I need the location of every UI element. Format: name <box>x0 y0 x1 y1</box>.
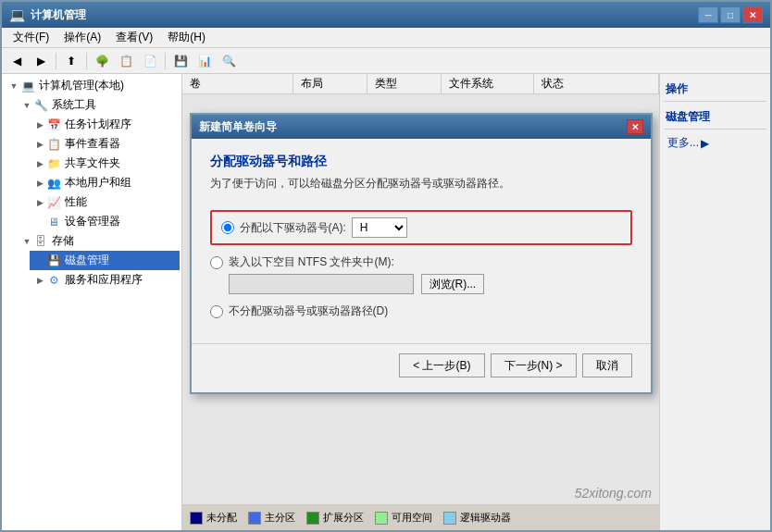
main-content: 新建简单卷向导 ✕ 分配驱动器号和路径 为了便于访问，可以给磁盘分区分配驱动器号… <box>182 94 659 504</box>
window-title: 计算机管理 <box>31 7 86 23</box>
legend-color-unallocated <box>190 512 203 525</box>
menu-help[interactable]: 帮助(H) <box>160 28 213 47</box>
legend-color-logical <box>443 512 456 525</box>
radio-ntfs-label: 装入以下空目 NTFS 文件夹中(M): <box>229 254 394 270</box>
tree-event-viewer[interactable]: ▶ 📋 事件查看器 <box>30 134 180 154</box>
legend-label-primary: 主分区 <box>265 511 295 525</box>
tree-event-label: 事件查看器 <box>65 136 120 152</box>
legend-color-extended <box>306 512 319 525</box>
toolbar-btn-5[interactable]: 📊 <box>193 51 216 71</box>
dialog-close-button[interactable]: ✕ <box>627 119 643 134</box>
show-hide-tree-button[interactable]: 🌳 <box>91 51 113 71</box>
ntfs-path-input[interactable] <box>229 274 414 294</box>
dialog: 新建简单卷向导 ✕ 分配驱动器号和路径 为了便于访问，可以给磁盘分区分配驱动器号… <box>190 113 653 394</box>
ops-panel: 操作 磁盘管理 更多... ▶ <box>659 74 770 530</box>
tree-expand-tools[interactable]: ▼ <box>20 99 33 112</box>
watermark: 52xitong.com <box>575 486 652 501</box>
tree-services-label: 服务和应用程序 <box>65 272 143 288</box>
ntfs-input-row: 浏览(R)... <box>229 274 485 294</box>
tree-expand-services[interactable]: ▶ <box>33 274 46 287</box>
close-button[interactable]: ✕ <box>742 6 763 23</box>
task-icon: 📅 <box>46 118 61 132</box>
tree-shared-folders[interactable]: ▶ 📁 共享文件夹 <box>30 154 180 173</box>
radio-ntfs[interactable] <box>210 256 223 269</box>
dialog-section-title: 分配驱动器号和路径 <box>210 154 632 170</box>
tree-storage[interactable]: ▼ 🗄 存储 <box>17 231 180 251</box>
dialog-body: 分配驱动器号和路径 为了便于访问，可以给磁盘分区分配驱动器号或驱动器路径。 分配… <box>192 139 651 343</box>
toolbar-sep-2 <box>86 53 87 69</box>
browse-button[interactable]: 浏览(R)... <box>421 274 485 294</box>
toolbar-btn-2[interactable]: 📋 <box>115 51 137 71</box>
legend-label-freespace: 可用空间 <box>392 511 432 525</box>
tree-device-manager[interactable]: 🖥 设备管理器 <box>30 212 180 231</box>
left-panel: ▼ 💻 计算机管理(本地) ▼ 🔧 系统工具 ▶ 📅 任务计划程序 ▶ 📋 事件… <box>2 74 182 530</box>
legend-color-freespace <box>375 512 388 525</box>
menu-view[interactable]: 查看(V) <box>108 28 160 47</box>
tree-expand-shared[interactable]: ▶ <box>33 157 46 170</box>
legend-logical: 逻辑驱动器 <box>443 511 511 525</box>
radio-drive-letter-label: 分配以下驱动器号(A): <box>240 220 346 236</box>
title-icon: 💻 <box>9 7 25 22</box>
dialog-footer: < 上一步(B) 下一步(N) > 取消 <box>192 343 651 392</box>
tree-expand-disk[interactable] <box>33 254 46 267</box>
back-button[interactable]: < 上一步(B) <box>399 353 484 377</box>
tree-expand-task[interactable]: ▶ <box>33 118 46 131</box>
legend-unallocated: 未分配 <box>190 511 237 525</box>
toolbar: ◀ ▶ ⬆ 🌳 📋 📄 💾 📊 🔍 <box>2 48 770 74</box>
device-icon: 🖥 <box>46 215 61 229</box>
toolbar-btn-3[interactable]: 📄 <box>139 51 161 71</box>
legend-label-logical: 逻辑驱动器 <box>460 511 511 525</box>
radio-drive-letter[interactable] <box>221 221 234 234</box>
tree-local-users[interactable]: ▶ 👥 本地用户和组 <box>30 173 180 192</box>
option-none: 不分配驱动器号或驱动器路径(D) <box>210 303 632 319</box>
legend-extended: 扩展分区 <box>306 511 364 525</box>
tree-expand-event[interactable]: ▶ <box>33 138 46 151</box>
legend-color-primary <box>248 512 261 525</box>
share-icon: 📁 <box>46 156 61 171</box>
tree-task-scheduler[interactable]: ▶ 📅 任务计划程序 <box>30 115 180 134</box>
minimize-button[interactable]: ─ <box>698 6 718 23</box>
tree-device-label: 设备管理器 <box>65 214 120 229</box>
cancel-button[interactable]: 取消 <box>582 353 632 377</box>
tree-root[interactable]: ▼ 💻 计算机管理(本地) <box>4 76 180 95</box>
up-button[interactable]: ⬆ <box>60 51 82 71</box>
back-button[interactable]: ◀ <box>6 51 28 71</box>
maximize-button[interactable]: □ <box>720 6 741 23</box>
dialog-description: 为了便于访问，可以给磁盘分区分配驱动器号或驱动器路径。 <box>210 176 632 192</box>
next-button[interactable]: 下一步(N) > <box>491 353 577 377</box>
drive-letter-select[interactable]: H I J K L <box>352 217 407 238</box>
title-bar-left: 💻 计算机管理 <box>9 7 86 23</box>
toolbar-btn-6[interactable]: 🔍 <box>218 51 240 71</box>
tree-expand-device[interactable] <box>33 216 46 229</box>
tree-expand-storage[interactable]: ▼ <box>20 235 33 248</box>
ops-section: 磁盘管理 <box>664 105 766 130</box>
ops-more[interactable]: 更多... ▶ <box>664 133 766 153</box>
menu-file[interactable]: 文件(F) <box>6 28 56 47</box>
content-area: ▼ 💻 计算机管理(本地) ▼ 🔧 系统工具 ▶ 📅 任务计划程序 ▶ 📋 事件… <box>2 74 770 530</box>
users-icon: 👥 <box>46 176 61 191</box>
toolbar-btn-4[interactable]: 💾 <box>169 51 192 71</box>
legend-label-unallocated: 未分配 <box>206 511 237 525</box>
tree-system-tools[interactable]: ▼ 🔧 系统工具 <box>17 95 180 115</box>
tree-services[interactable]: ▶ ⚙ 服务和应用程序 <box>30 270 180 290</box>
tree-root-label: 计算机管理(本地) <box>39 78 124 93</box>
perf-icon: 📈 <box>46 195 61 210</box>
menu-action[interactable]: 操作(A) <box>56 28 108 47</box>
dialog-title: 新建简单卷向导 <box>199 119 277 135</box>
storage-icon: 🗄 <box>33 234 48 249</box>
tools-icon: 🔧 <box>33 98 48 113</box>
tree-expand-perf[interactable]: ▶ <box>33 196 46 209</box>
tree-expand-root[interactable]: ▼ <box>7 80 20 93</box>
tree-expand-users[interactable]: ▶ <box>33 177 46 190</box>
forward-button[interactable]: ▶ <box>30 51 52 71</box>
radio-none[interactable] <box>210 305 223 318</box>
col-header-status: 状态 <box>534 74 659 93</box>
tree-users-label: 本地用户和组 <box>65 175 131 191</box>
ops-more-arrow: ▶ <box>701 137 709 150</box>
tree-shared-label: 共享文件夹 <box>65 155 120 171</box>
menu-bar: 文件(F) 操作(A) 查看(V) 帮助(H) <box>2 28 770 48</box>
right-panel: 卷 布局 类型 文件系统 状态 <box>182 74 659 530</box>
col-header-fs: 文件系统 <box>442 74 534 93</box>
tree-performance[interactable]: ▶ 📈 性能 <box>30 192 180 212</box>
tree-disk-management[interactable]: 💾 磁盘管理 <box>30 251 180 270</box>
